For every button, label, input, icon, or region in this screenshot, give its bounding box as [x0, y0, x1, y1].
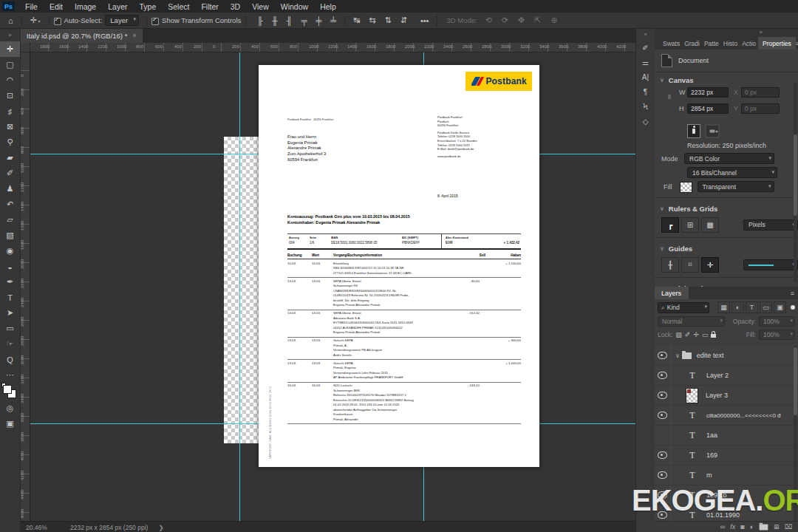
layer-row[interactable]: T Layer 2 [654, 366, 798, 386]
tool-button[interactable]: ▧ [0, 228, 20, 243]
menu-item[interactable]: Help [314, 2, 342, 11]
menu-item[interactable]: Select [162, 2, 195, 11]
panel-tab[interactable]: Swats [661, 40, 682, 47]
layer-mask-icon[interactable]: ◙ [740, 523, 744, 531]
tool-button[interactable]: ✒ [0, 274, 20, 290]
tool-button[interactable]: ♟ [0, 181, 20, 197]
menu-item[interactable]: Type [133, 2, 162, 11]
ruler-units-select[interactable]: Pixels [743, 219, 798, 231]
portrait-orientation-button[interactable] [687, 124, 700, 138]
tool-button[interactable]: ⊠ [0, 119, 20, 134]
layer-row[interactable]: T m [654, 466, 798, 485]
auto-select-checkbox[interactable] [54, 18, 61, 25]
layer-visibility-toggle[interactable] [654, 446, 671, 465]
layer-filter-kind-select[interactable]: Kind [658, 302, 709, 313]
distribute-icon[interactable]: ⇅ [381, 16, 395, 25]
distribute-icon[interactable]: ⇵ [397, 16, 411, 25]
tool-button[interactable]: ⚲ [0, 134, 20, 150]
lock-all-icon[interactable] [711, 334, 716, 338]
quick-mask-button[interactable]: ◎ [0, 400, 20, 416]
close-tab-icon[interactable]: × [132, 32, 136, 39]
group-expand-caret[interactable]: ∨ [675, 352, 680, 359]
align-icon[interactable]: ╢ [283, 16, 296, 25]
tool-button[interactable]: ▭ [0, 321, 20, 336]
layer-visibility-toggle[interactable] [654, 386, 671, 405]
menu-item[interactable]: Window [275, 2, 314, 11]
clear-guides-icon[interactable]: ✛ [701, 257, 719, 273]
panel-tab[interactable]: Histo [721, 40, 740, 47]
vertical-guide[interactable] [239, 52, 240, 521]
tool-button[interactable]: ▰ [0, 150, 20, 166]
canvas-width-input[interactable]: 2232 px [687, 87, 729, 98]
layer-visibility-toggle[interactable] [654, 406, 671, 425]
auto-select-dropdown[interactable]: Layer [105, 15, 139, 26]
tool-button[interactable]: ✛ [0, 41, 20, 57]
toggle-rulers-icon[interactable]: ┏ [661, 217, 679, 233]
menu-item[interactable]: Edit [44, 2, 69, 11]
tool-button[interactable]: ♯ [0, 103, 20, 119]
layer-visibility-toggle[interactable] [654, 366, 671, 385]
show-transform-checkbox[interactable] [151, 18, 159, 25]
panel-tab[interactable]: Actio [740, 40, 758, 47]
tool-button[interactable]: ☞ [0, 336, 20, 352]
lock-position-icon[interactable]: ✛ [693, 331, 699, 338]
tool-button[interactable]: ◉ [0, 243, 20, 259]
align-icon[interactable]: ╪ [312, 16, 325, 25]
layer-name[interactable]: Layer 3 [706, 392, 728, 399]
tool-button[interactable]: T [0, 290, 20, 305]
layer-name[interactable]: cilta0000000...<<<<<<<<0 đ [706, 412, 781, 419]
delete-layer-icon[interactable]: ⌧ [785, 523, 792, 531]
tool-button[interactable]: ✐ [0, 166, 20, 181]
color-swatches[interactable] [0, 383, 20, 400]
collapse-panels-icon[interactable]: » [760, 29, 763, 35]
canvas-area[interactable]: Postbank Postbank Frankfurt · 60290 Fran… [30, 52, 635, 521]
toggle-grid-icon[interactable]: ⊞ [681, 217, 699, 233]
align-icon[interactable]: ╤ [298, 16, 311, 25]
tool-button[interactable]: Q [0, 352, 20, 367]
tool-button[interactable]: ⊡ [0, 88, 20, 103]
tool-button[interactable]: ▢ [0, 57, 20, 72]
menu-item[interactable]: View [246, 2, 275, 11]
lock-pixels-icon[interactable]: ✐ [685, 331, 691, 338]
adjustment-layer-icon[interactable]: ◐ [750, 523, 754, 531]
menu-item[interactable]: Filter [195, 2, 224, 11]
bit-depth-select[interactable]: 16 Bits/Channel [687, 167, 777, 178]
layer-filter-icon[interactable]: ▣ [774, 301, 786, 313]
layer-visibility-toggle[interactable] [654, 346, 671, 365]
landscape-orientation-button[interactable] [705, 125, 719, 138]
section-rulers-grids[interactable]: Rulers & Grids [654, 201, 798, 216]
layer-name[interactable]: 169 [706, 451, 717, 459]
collapsed-panel-icon[interactable]: ✐ [636, 40, 655, 55]
section-canvas[interactable]: Canvas [654, 72, 798, 87]
panel-tab[interactable]: Gradi [682, 40, 702, 47]
section-guides[interactable]: Guides [654, 241, 798, 256]
home-icon[interactable]: ⌂ [4, 16, 17, 25]
layer-name[interactable]: edite text [697, 352, 724, 359]
move-tool-icon[interactable]: ✛ ▾ [27, 16, 44, 25]
layer-name[interactable]: m [706, 471, 712, 479]
new-layer-icon[interactable]: ⊞ [774, 523, 780, 531]
tool-button[interactable]: ◠ [0, 72, 20, 88]
layer-filter-icon[interactable]: ▭ [760, 301, 772, 313]
menu-item[interactable]: 3D [225, 2, 246, 11]
distribute-icon[interactable]: ⇆ [365, 16, 379, 25]
more-options-icon[interactable]: ••• [417, 16, 433, 25]
properties-scrollbar[interactable] [794, 83, 797, 282]
tool-button[interactable]: ➤ [0, 305, 20, 321]
layer-filter-toggle-icon[interactable] [791, 305, 795, 310]
layer-name[interactable]: 1aa [706, 432, 717, 439]
layer-row[interactable]: T 169 [654, 446, 798, 466]
layer-row-group[interactable]: ∨ edite text [654, 346, 798, 366]
menu-item[interactable]: Layer [102, 2, 133, 11]
guide-color-select[interactable] [743, 259, 798, 270]
layer-visibility-toggle[interactable] [654, 426, 671, 445]
fill-swatch[interactable] [680, 182, 692, 193]
tool-button[interactable]: ↶ [0, 197, 20, 212]
layer-effects-icon[interactable]: fx [730, 523, 735, 531]
lock-transparent-icon[interactable]: ▨ [675, 331, 682, 338]
status-options-icon[interactable]: ❯ [158, 524, 163, 531]
document-tab[interactable]: Italy id.psd @ 20.7% (RGB/16) * × [21, 28, 143, 43]
layer-filter-icon[interactable]: T [746, 301, 758, 313]
lock-artboard-icon[interactable]: ▭ [702, 331, 709, 338]
layer-filter-icon[interactable]: ◐ [732, 301, 744, 313]
